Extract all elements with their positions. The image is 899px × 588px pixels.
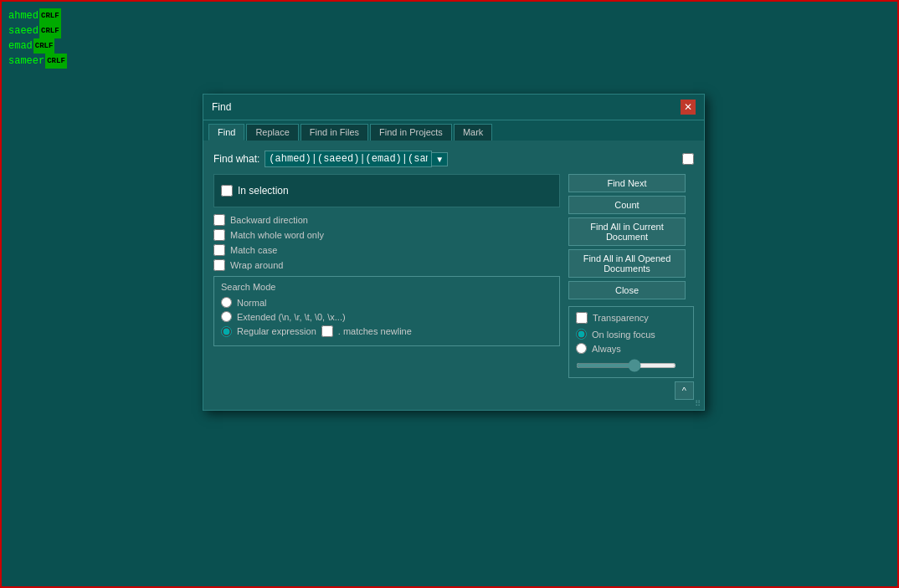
normal-radio[interactable] [221,297,232,308]
always-row: Always [576,343,686,354]
always-radio[interactable] [576,343,587,354]
normal-radio-row: Normal [221,297,552,308]
editor-area: ahmed CRLF saeed CRLF emad CRLF sameer C… [8,8,67,69]
find-dialog: Find ✕ Find Replace Find in Files Find i… [203,94,705,411]
match-case-label: Match case [230,245,277,255]
editor-line-1: ahmed CRLF [8,8,67,23]
find-input[interactable] [265,151,432,167]
matches-newline-checkbox[interactable] [321,325,333,337]
backward-direction-checkbox[interactable] [213,214,225,226]
crlf-badge-1: CRLF [39,8,61,23]
normal-label: Normal [237,298,266,308]
editor-line-3: emad CRLF [8,38,67,54]
main-content: In selection Backward direction Match wh… [213,174,694,400]
in-selection-checkbox[interactable] [221,185,233,197]
find-what-row: Find what: ▼ [213,151,694,167]
regex-radio-row: Regular expression . matches newline [221,325,552,337]
transparency-checkbox[interactable] [576,312,588,324]
match-whole-word-checkbox[interactable] [213,229,225,241]
tab-find-in-files[interactable]: Find in Files [301,124,368,141]
wrap-around-label: Wrap around [230,260,283,270]
match-whole-word-row: Match whole word only [213,229,560,241]
extended-radio[interactable] [221,311,232,322]
transparency-header: Transparency [576,312,686,324]
find-dropdown-button[interactable]: ▼ [432,152,448,166]
up-button[interactable]: ^ [675,381,694,400]
backward-direction-row: Backward direction [213,214,560,226]
match-case-row: Match case [213,244,560,256]
dialog-close-button[interactable]: ✕ [681,100,696,115]
wrap-around-checkbox[interactable] [213,259,225,271]
crlf-badge-2: CRLF [39,23,61,38]
crlf-badge-4: CRLF [45,54,67,69]
line-text-1: ahmed [8,8,39,23]
find-next-button[interactable]: Find Next [568,174,686,192]
tab-replace[interactable]: Replace [246,124,298,141]
search-mode-title: Search Mode [221,282,552,292]
transparency-box: Transparency On losing focus Always [568,306,694,378]
close-button[interactable]: Close [568,281,686,299]
match-whole-word-label: Match whole word only [230,230,324,240]
left-panel: In selection Backward direction Match wh… [213,174,560,400]
in-selection-label: In selection [238,185,289,197]
find-all-current-label: Find All in CurrentDocument [590,222,663,242]
find-next-checkbox[interactable] [682,153,694,165]
on-losing-focus-row: On losing focus [576,329,686,340]
tab-mark[interactable]: Mark [454,124,492,141]
on-losing-focus-label: On losing focus [592,330,655,340]
extended-radio-row: Extended (\n, \r, \t, \0, \x...) [221,311,552,322]
tab-find-in-projects[interactable]: Find in Projects [370,124,452,141]
matches-newline-label: . matches newline [338,326,412,336]
find-input-wrapper: ▼ [265,151,677,167]
extended-label: Extended (\n, \r, \t, \0, \x...) [237,312,346,322]
right-panel: Find Next Count Find All in CurrentDocum… [568,174,694,400]
transparency-label: Transparency [593,313,649,323]
regex-label: Regular expression [237,326,316,336]
find-all-current-button[interactable]: Find All in CurrentDocument [568,217,686,246]
backward-direction-label: Backward direction [230,215,308,225]
always-label: Always [592,344,621,354]
find-what-label: Find what: [213,153,259,165]
line-text-4: sameer [8,54,44,69]
search-mode-box: Search Mode Normal Extended (\n, \r, \t,… [213,276,560,346]
dialog-titlebar: Find ✕ [203,95,704,120]
transparency-slider[interactable] [576,363,676,368]
regex-radio[interactable] [221,326,232,337]
dialog-title: Find [212,101,231,113]
in-selection-area: In selection [213,174,560,207]
line-text-2: saeed [8,23,39,38]
editor-line-2: saeed CRLF [8,23,67,38]
count-button[interactable]: Count [568,196,686,214]
crlf-badge-3: CRLF [33,38,55,54]
match-case-checkbox[interactable] [213,244,225,256]
tab-find[interactable]: Find [208,124,244,141]
line-text-3: emad [8,38,33,54]
find-all-opened-button[interactable]: Find All in All OpenedDocuments [568,249,686,278]
resize-handle: ⠿ [695,399,701,408]
dialog-body: Find what: ▼ In selection Backward direc… [203,141,704,410]
on-losing-focus-radio[interactable] [576,329,587,340]
transparency-slider-container [576,357,686,372]
tab-bar: Find Replace Find in Files Find in Proje… [203,120,704,141]
editor-line-4: sameer CRLF [8,54,67,69]
wrap-around-row: Wrap around [213,259,560,271]
find-all-opened-label: Find All in All OpenedDocuments [583,253,671,274]
